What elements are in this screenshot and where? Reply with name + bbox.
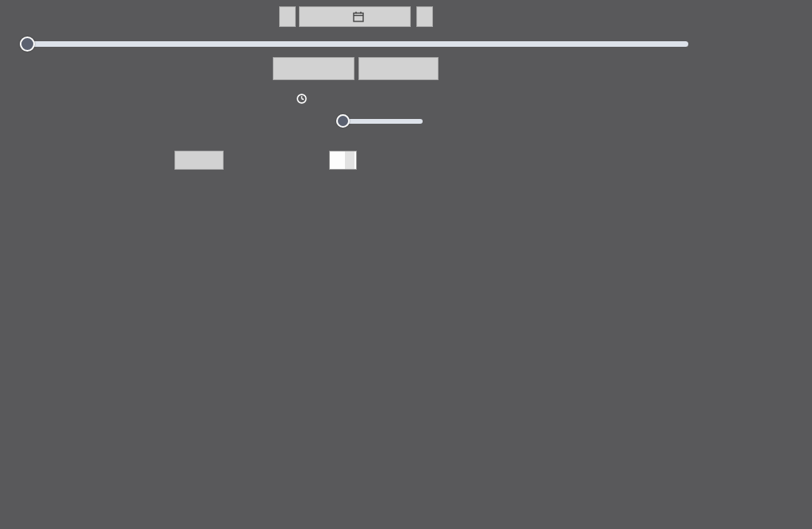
timeline-slider[interactable] — [20, 41, 688, 47]
fps-input[interactable] — [330, 155, 345, 166]
time-display — [297, 94, 312, 104]
timeline-handle[interactable] — [20, 36, 35, 52]
fps-input-box — [329, 151, 357, 170]
transparency-slider[interactable] — [336, 119, 423, 124]
legend-colorbar — [379, 144, 546, 155]
control-bar — [0, 0, 812, 184]
previous-frame-button[interactable] — [273, 57, 354, 80]
reflectivity-legend — [379, 142, 546, 157]
date-input[interactable] — [299, 6, 411, 27]
clock-icon — [297, 94, 307, 104]
transparency-handle[interactable] — [336, 114, 350, 128]
calendar-icon[interactable] — [353, 11, 364, 22]
radar-map[interactable] — [0, 184, 812, 529]
next-frame-button[interactable] — [358, 57, 439, 80]
play-button[interactable] — [174, 151, 224, 170]
date-next-button[interactable] — [416, 6, 433, 27]
date-prev-button[interactable] — [279, 6, 296, 27]
fps-stepper[interactable] — [345, 151, 354, 169]
